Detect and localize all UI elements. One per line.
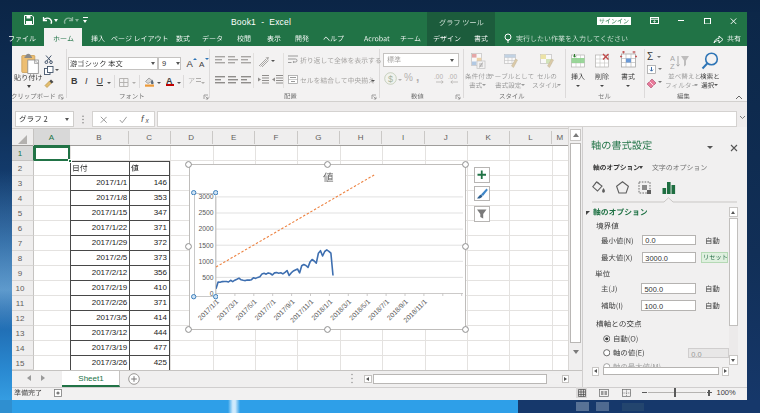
svg-text:$: $ <box>388 74 393 84</box>
svg-text:Z: Z <box>670 62 675 70</box>
